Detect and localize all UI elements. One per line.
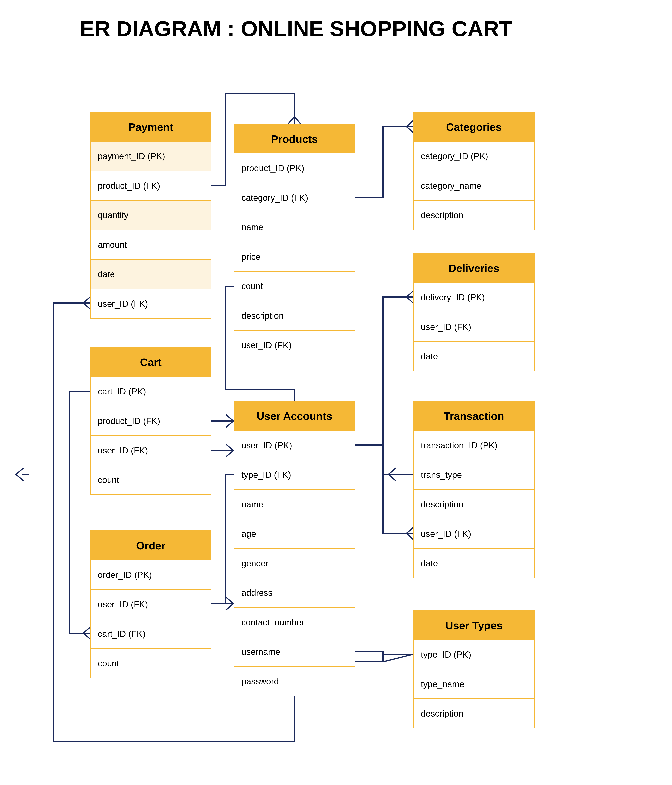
entity-attribute: count xyxy=(234,272,355,301)
entity-deliveries: Deliveriesdelivery_ID (PK)user_ID (FK)da… xyxy=(413,253,534,371)
entity-header: Transaction xyxy=(413,401,534,430)
entity-attribute: category_ID (FK) xyxy=(234,183,355,213)
entity-header: Payment xyxy=(90,112,211,142)
entity-attribute: quantity xyxy=(90,200,211,230)
entity-attribute: description xyxy=(413,200,534,230)
entity-attribute: order_ID (PK) xyxy=(90,560,211,590)
entity-attribute: age xyxy=(234,519,355,549)
entity-attribute: product_ID (PK) xyxy=(234,153,355,183)
entity-attribute: description xyxy=(413,699,534,729)
entity-attribute: product_ID (FK) xyxy=(90,406,211,436)
entity-attribute: description xyxy=(234,301,355,330)
entity-attribute: username xyxy=(234,637,355,666)
entity-attribute: user_ID (PK) xyxy=(234,430,355,460)
entity-attribute: transaction_ID (PK) xyxy=(413,430,534,460)
entity-attribute: trans_type xyxy=(413,460,534,489)
entity-attribute: user_ID (FK) xyxy=(234,330,355,360)
entity-payment: Paymentpayment_ID (PK)product_ID (FK)qua… xyxy=(90,112,211,319)
entity-attribute: cart_ID (PK) xyxy=(90,377,211,406)
entity-header: User Types xyxy=(413,610,534,640)
entity-header: Order xyxy=(90,530,211,560)
entity-header: User Accounts xyxy=(234,401,355,430)
entity-transaction: Transactiontransaction_ID (PK)trans_type… xyxy=(413,401,534,578)
entity-attribute: count xyxy=(90,649,211,678)
entity-attribute: date xyxy=(413,342,534,371)
entity-attribute: type_ID (FK) xyxy=(234,460,355,489)
entity-attribute: type_ID (PK) xyxy=(413,640,534,669)
entity-attribute: user_ID (FK) xyxy=(90,436,211,465)
entity-attribute: type_name xyxy=(413,669,534,699)
entity-user_accounts: User Accountsuser_ID (PK)type_ID (FK)nam… xyxy=(234,401,355,696)
entity-categories: Categoriescategory_ID (PK)category_named… xyxy=(413,112,534,230)
diagram-title: ER DIAGRAM : ONLINE SHOPPING CART xyxy=(80,16,513,41)
entity-attribute: name xyxy=(234,213,355,242)
entity-attribute: payment_ID (PK) xyxy=(90,142,211,171)
entity-header: Products xyxy=(234,124,355,153)
entity-attribute: gender xyxy=(234,549,355,578)
entity-attribute: amount xyxy=(90,230,211,260)
entity-user_types: User Typestype_ID (PK)type_namedescripti… xyxy=(413,610,534,729)
entity-attribute: delivery_ID (PK) xyxy=(413,283,534,312)
entity-attribute: date xyxy=(413,549,534,578)
entity-attribute: product_ID (FK) xyxy=(90,171,211,200)
diagram-canvas: ER DIAGRAM : ONLINE SHOPPING CART Paymen… xyxy=(0,0,672,785)
entity-attribute: date xyxy=(90,260,211,289)
entity-order: Orderorder_ID (PK)user_ID (FK)cart_ID (F… xyxy=(90,530,211,678)
entity-attribute: count xyxy=(90,465,211,495)
entity-attribute: name xyxy=(234,489,355,519)
entity-header: Categories xyxy=(413,112,534,142)
entity-attribute: user_ID (FK) xyxy=(413,312,534,342)
entity-attribute: category_ID (PK) xyxy=(413,142,534,171)
entity-attribute: category_name xyxy=(413,171,534,200)
entity-attribute: cart_ID (FK) xyxy=(90,619,211,649)
entity-header: Cart xyxy=(90,347,211,377)
entity-attribute: contact_number xyxy=(234,608,355,637)
entity-cart: Cartcart_ID (PK)product_ID (FK)user_ID (… xyxy=(90,347,211,495)
entity-attribute: address xyxy=(234,578,355,608)
entity-attribute: password xyxy=(234,666,355,696)
entity-attribute: description xyxy=(413,489,534,519)
entity-attribute: user_ID (FK) xyxy=(90,289,211,319)
entity-products: Productsproduct_ID (PK)category_ID (FK)n… xyxy=(234,124,355,360)
entity-header: Deliveries xyxy=(413,253,534,283)
entity-attribute: user_ID (FK) xyxy=(90,590,211,619)
entity-attribute: price xyxy=(234,242,355,272)
entity-attribute: user_ID (FK) xyxy=(413,519,534,549)
